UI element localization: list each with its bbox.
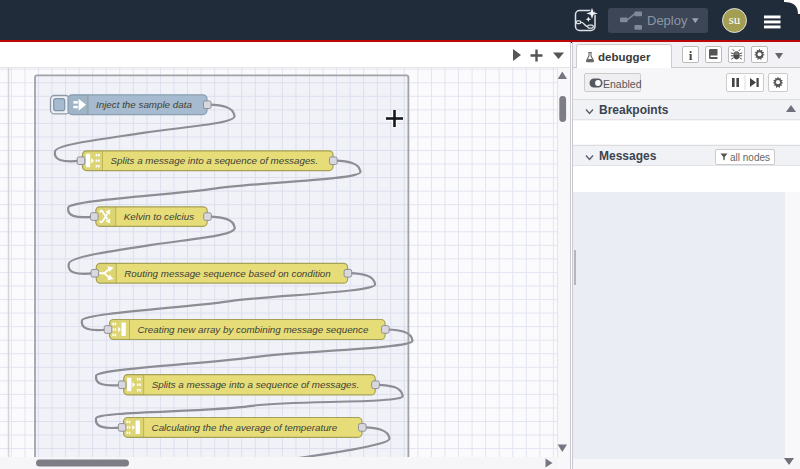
svg-text:Routing message sequence based: Routing message sequence based on condit… xyxy=(124,268,330,279)
svg-text:Deploy: Deploy xyxy=(647,13,688,28)
svg-text:Creating new array by combinin: Creating new array by combining message … xyxy=(138,324,369,335)
svg-text:Splits a message into a sequen: Splits a message into a sequence of mess… xyxy=(152,379,360,390)
svg-text:Inject the sample data: Inject the sample data xyxy=(96,99,192,110)
svg-text:Splits a message into a sequen: Splits a message into a sequence of mess… xyxy=(111,155,319,166)
svg-text:Kelvin to celcius: Kelvin to celcius xyxy=(124,211,194,222)
svg-text:Calculating the the average of: Calculating the the average of temperatu… xyxy=(152,422,338,433)
